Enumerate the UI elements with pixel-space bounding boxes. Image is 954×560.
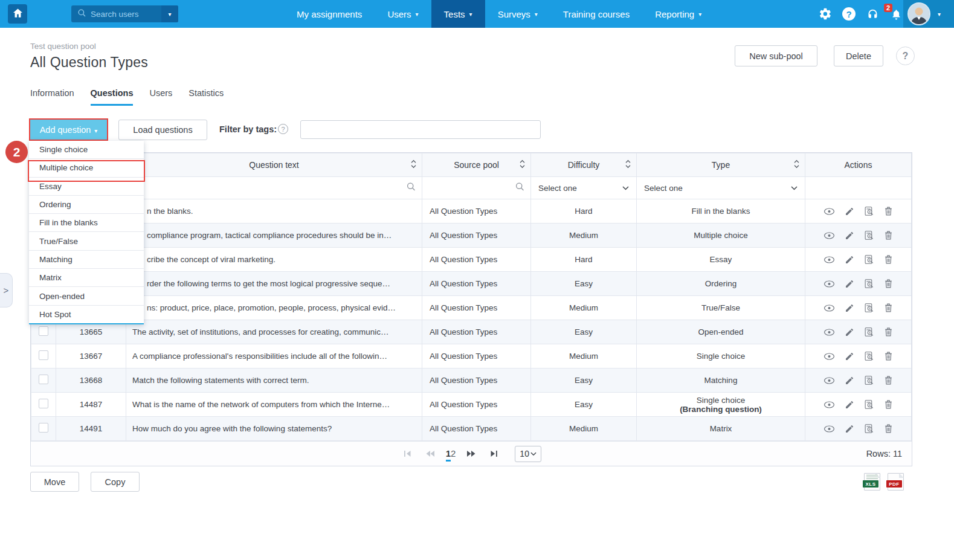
details-magnifier-icon[interactable] bbox=[864, 278, 874, 289]
support-headset-icon[interactable] bbox=[865, 7, 880, 21]
delete-trash-icon[interactable] bbox=[884, 303, 893, 313]
nav-item-reporting[interactable]: Reporting▾ bbox=[642, 0, 714, 28]
details-magnifier-icon[interactable] bbox=[864, 303, 874, 313]
delete-trash-icon[interactable] bbox=[884, 327, 893, 337]
preview-eye-icon[interactable] bbox=[823, 352, 835, 361]
tab-questions[interactable]: Questions bbox=[91, 88, 134, 106]
column-question-text[interactable]: Question text bbox=[126, 153, 422, 177]
column-type[interactable]: Type bbox=[637, 153, 805, 177]
nav-item-training-courses[interactable]: Training courses bbox=[550, 0, 642, 28]
details-magnifier-icon[interactable] bbox=[864, 375, 874, 385]
delete-trash-icon[interactable] bbox=[884, 206, 893, 216]
tab-information[interactable]: Information bbox=[30, 88, 74, 106]
sidebar-expander[interactable]: > bbox=[0, 273, 13, 307]
nav-item-my-assignments[interactable]: My assignments bbox=[284, 0, 375, 28]
load-questions-button[interactable]: Load questions bbox=[118, 120, 207, 140]
tags-help-icon[interactable]: ? bbox=[278, 124, 288, 134]
first-page-button[interactable] bbox=[401, 450, 414, 457]
notifications-bell-icon[interactable]: 2 bbox=[889, 7, 903, 21]
details-magnifier-icon[interactable] bbox=[864, 230, 874, 240]
edit-pencil-icon[interactable] bbox=[845, 207, 854, 216]
delete-trash-icon[interactable] bbox=[884, 423, 893, 434]
home-button[interactable] bbox=[8, 4, 27, 24]
preview-eye-icon[interactable] bbox=[823, 280, 835, 288]
edit-pencil-icon[interactable] bbox=[845, 400, 854, 410]
details-magnifier-icon[interactable] bbox=[864, 351, 874, 361]
preview-eye-icon[interactable] bbox=[823, 304, 835, 312]
preview-eye-icon[interactable] bbox=[823, 401, 835, 409]
delete-trash-icon[interactable] bbox=[884, 351, 893, 361]
last-page-button[interactable] bbox=[487, 450, 500, 457]
nav-item-surveys[interactable]: Surveys▾ bbox=[485, 0, 550, 28]
add-question-button[interactable]: Add question▾ bbox=[30, 120, 107, 140]
row-checkbox[interactable] bbox=[39, 399, 48, 408]
tab-statistics[interactable]: Statistics bbox=[189, 88, 224, 106]
row-checkbox[interactable] bbox=[39, 375, 48, 384]
tab-users[interactable]: Users bbox=[149, 88, 172, 106]
edit-pencil-icon[interactable] bbox=[845, 352, 854, 361]
page-help-icon[interactable]: ? bbox=[896, 47, 915, 65]
menu-item-ordering[interactable]: Ordering bbox=[29, 195, 144, 213]
difficulty-filter-select[interactable]: Select one bbox=[531, 177, 636, 199]
row-checkbox[interactable] bbox=[39, 350, 48, 360]
nav-item-users[interactable]: Users▾ bbox=[375, 0, 431, 28]
user-menu[interactable]: ▾ bbox=[903, 0, 954, 28]
page-size-select[interactable]: 10 bbox=[515, 446, 541, 462]
details-magnifier-icon[interactable] bbox=[864, 423, 874, 434]
page-1[interactable]: 1 bbox=[446, 446, 451, 462]
preview-eye-icon[interactable] bbox=[823, 231, 835, 240]
preview-eye-icon[interactable] bbox=[823, 328, 835, 336]
preview-eye-icon[interactable] bbox=[823, 207, 835, 216]
menu-item-multiple-choice[interactable]: Multiple choice bbox=[29, 158, 144, 176]
details-magnifier-icon[interactable] bbox=[864, 399, 874, 410]
tags-filter-input[interactable] bbox=[300, 120, 541, 139]
menu-item-true-false[interactable]: True/False bbox=[29, 231, 144, 249]
question-text-filter-input[interactable] bbox=[126, 177, 422, 199]
column-difficulty[interactable]: Difficulty bbox=[531, 153, 637, 177]
user-search-box[interactable]: ▾ bbox=[71, 5, 178, 22]
menu-item-essay[interactable]: Essay bbox=[29, 177, 144, 195]
menu-item-hot-spot[interactable]: Hot Spot bbox=[29, 305, 144, 323]
next-page-button[interactable] bbox=[464, 450, 479, 457]
search-input[interactable] bbox=[91, 10, 158, 19]
row-checkbox[interactable] bbox=[39, 326, 48, 336]
menu-item-matrix[interactable]: Matrix bbox=[29, 268, 144, 286]
details-magnifier-icon[interactable] bbox=[864, 254, 874, 265]
type-filter-select[interactable]: Select one bbox=[637, 177, 805, 199]
prev-page-button[interactable] bbox=[423, 450, 437, 457]
menu-item-matching[interactable]: Matching bbox=[29, 250, 144, 268]
menu-item-single-choice[interactable]: Single choice bbox=[29, 141, 144, 158]
delete-trash-icon[interactable] bbox=[884, 230, 893, 240]
new-subpool-button[interactable]: New sub-pool bbox=[735, 45, 817, 66]
edit-pencil-icon[interactable] bbox=[845, 279, 854, 289]
export-xls-icon[interactable]: XLS bbox=[864, 473, 880, 491]
preview-eye-icon[interactable] bbox=[823, 425, 835, 433]
preview-eye-icon[interactable] bbox=[823, 376, 835, 385]
delete-trash-icon[interactable] bbox=[884, 375, 893, 385]
edit-pencil-icon[interactable] bbox=[845, 255, 854, 265]
edit-pencil-icon[interactable] bbox=[845, 424, 854, 434]
menu-item-open-ended[interactable]: Open-ended bbox=[29, 286, 144, 304]
row-checkbox[interactable] bbox=[39, 423, 48, 433]
copy-button[interactable]: Copy bbox=[91, 472, 140, 492]
settings-icon[interactable] bbox=[818, 7, 833, 21]
delete-trash-icon[interactable] bbox=[884, 278, 893, 289]
move-button[interactable]: Move bbox=[30, 472, 79, 492]
column-source-pool[interactable]: Source pool bbox=[422, 153, 531, 177]
page-2[interactable]: 2 bbox=[451, 446, 456, 460]
delete-trash-icon[interactable] bbox=[884, 399, 893, 410]
edit-pencil-icon[interactable] bbox=[845, 231, 854, 240]
nav-item-tests[interactable]: Tests▾ bbox=[431, 0, 485, 28]
export-pdf-icon[interactable]: PDF bbox=[888, 473, 904, 491]
help-icon[interactable]: ? bbox=[842, 7, 856, 21]
edit-pencil-icon[interactable] bbox=[845, 376, 854, 385]
details-magnifier-icon[interactable] bbox=[864, 327, 874, 337]
search-scope-toggle[interactable]: ▾ bbox=[161, 5, 178, 22]
details-magnifier-icon[interactable] bbox=[864, 206, 874, 216]
edit-pencil-icon[interactable] bbox=[845, 327, 854, 337]
edit-pencil-icon[interactable] bbox=[845, 303, 854, 313]
preview-eye-icon[interactable] bbox=[823, 256, 835, 264]
delete-button[interactable]: Delete bbox=[834, 45, 883, 66]
delete-trash-icon[interactable] bbox=[884, 254, 893, 265]
menu-item-fill-in-the-blanks[interactable]: Fill in the blanks bbox=[29, 213, 144, 231]
